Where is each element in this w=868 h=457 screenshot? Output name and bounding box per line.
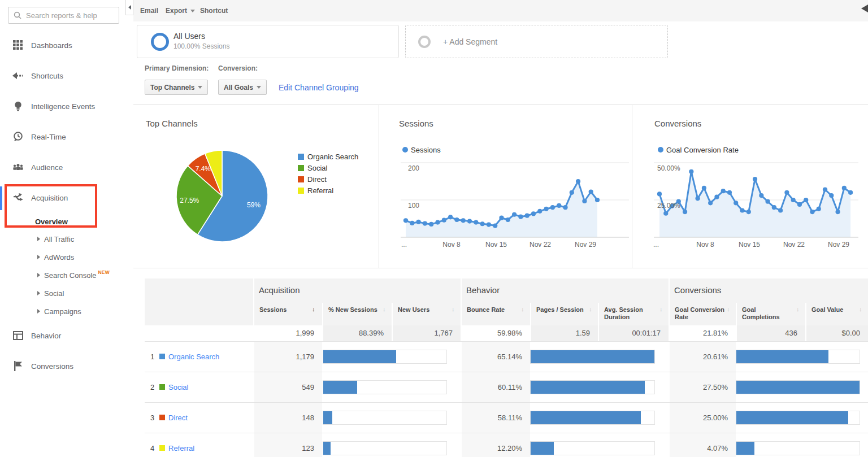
toolbar-shortcut[interactable]: Shortcut xyxy=(200,0,228,21)
sidebar-item-all-traffic[interactable]: All Traffic xyxy=(0,230,125,248)
sidebar-item-intelligence-events[interactable]: Intelligence Events xyxy=(0,91,125,121)
channel-color-swatch xyxy=(159,354,165,359)
x-axis-label: ... xyxy=(401,241,407,249)
series-legend-label: Sessions xyxy=(411,146,441,154)
bar-chart-fill xyxy=(736,381,860,394)
ga-acquisition-overview: Search reports & help DashboardsShortcut… xyxy=(0,0,868,457)
sidebar-item-overview[interactable]: Overview xyxy=(0,213,125,230)
metric-value: 549 xyxy=(254,383,314,391)
summary-cell: 00:01:17 xyxy=(599,325,669,341)
sidebar-item-campaigns[interactable]: Campaigns xyxy=(0,302,125,320)
column-header-goal-conversion-rate[interactable]: Goal Conversion Rate xyxy=(670,303,736,325)
bar-chart-fill xyxy=(736,411,848,424)
summary-cell: 59.98% xyxy=(462,325,530,341)
legend-swatch xyxy=(298,176,304,182)
bar-chart-fill xyxy=(531,381,645,394)
summary-cell: 436 xyxy=(737,325,805,341)
conversions-icon xyxy=(12,361,24,371)
legend-swatch xyxy=(298,154,304,160)
metric-value: 123 xyxy=(254,444,314,452)
bar-chart-box xyxy=(736,380,860,394)
sidebar-menu: DashboardsShortcutsIntelligence EventsRe… xyxy=(0,30,125,381)
acquisition-icon xyxy=(12,193,24,203)
row-rank: 4 xyxy=(150,444,157,452)
legend-label: Direct xyxy=(307,175,327,184)
sidebar-item-behavior[interactable]: Behavior xyxy=(0,320,125,351)
column-header-pages-session[interactable]: Pages / Session xyxy=(531,303,598,325)
edit-channel-grouping-link[interactable]: Edit Channel Grouping xyxy=(279,83,359,92)
conversion-label: Conversion: xyxy=(218,64,258,72)
realtime-icon xyxy=(12,132,24,142)
sidebar-item-label: Behavior xyxy=(31,332,61,340)
legend-item: Social xyxy=(298,164,327,172)
channel-color-swatch xyxy=(159,415,165,420)
right-panel-collapse-button[interactable] xyxy=(861,5,868,12)
primary-dimension-dropdown[interactable]: Top Channels xyxy=(145,80,208,95)
sidebar-item-real-time[interactable]: Real-Time xyxy=(0,121,125,152)
table-row: 4Referral12312.20%4.07% xyxy=(145,433,868,457)
x-axis-label: Nov 8 xyxy=(696,241,714,249)
sidebar-item-audience[interactable]: Audience xyxy=(0,152,125,182)
table-row: 3Direct14858.11%25.00% xyxy=(145,402,868,433)
sidebar-item-label: Dashboards xyxy=(31,41,72,50)
channel-link[interactable]: Social xyxy=(168,383,188,391)
column-header-goal-completions[interactable]: Goal Completions xyxy=(737,303,805,325)
metric-value: 27.50% xyxy=(670,383,728,391)
sidebar-item-acquisition[interactable]: Acquisition xyxy=(0,182,125,213)
sidebar-item-label: Real-Time xyxy=(31,133,66,141)
conversion-dropdown[interactable]: All Goals xyxy=(218,80,267,95)
table-row: 2Social54960.11%27.50% xyxy=(145,372,868,402)
sidebar-item-social[interactable]: Social xyxy=(0,284,125,302)
bar-chart-box xyxy=(736,411,860,425)
channel-link[interactable]: Referral xyxy=(168,444,194,452)
sort-icon: ↓ xyxy=(383,306,386,312)
sort-icon: ↓ xyxy=(521,306,524,312)
column-group-label: Acquisition xyxy=(259,285,300,295)
sessions-panel: Sessions Sessions200100...Nov 8Nov 15Nov… xyxy=(379,105,632,268)
toolbar-item-label: Export xyxy=(166,7,187,15)
segment-ring-icon xyxy=(418,36,431,48)
sidebar-item-conversions[interactable]: Conversions xyxy=(0,351,125,381)
toolbar-item-label: Email xyxy=(140,7,158,15)
channel-link[interactable]: Organic Search xyxy=(168,352,219,361)
x-axis-label: Nov 15 xyxy=(739,241,760,249)
chevron-down-icon xyxy=(198,86,202,89)
x-axis-label: Nov 29 xyxy=(828,241,849,249)
toolbar-email[interactable]: Email xyxy=(140,0,158,21)
x-axis-label: Nov 22 xyxy=(783,241,805,249)
sidebar-item-shortcuts[interactable]: Shortcuts xyxy=(0,60,125,91)
sidebar-item-adwords[interactable]: AdWords xyxy=(0,248,125,266)
x-axis-label: Nov 29 xyxy=(575,241,596,249)
charts-row: Top Channels 59%27.5%7.4%Organic SearchS… xyxy=(133,105,868,268)
toolbar-export[interactable]: Export xyxy=(166,0,195,21)
x-axis-label: Nov 15 xyxy=(485,241,507,249)
search-input[interactable]: Search reports & help xyxy=(8,7,119,24)
sidebar-item-search-console[interactable]: Search ConsoleNEW xyxy=(0,266,125,284)
toolbar-item-label: Shortcut xyxy=(200,7,228,15)
bar-chart-fill xyxy=(323,381,357,394)
expand-arrow-icon xyxy=(37,237,40,241)
channel-link[interactable]: Direct xyxy=(168,414,188,422)
legend-swatch xyxy=(298,165,304,171)
segment-all-users[interactable]: All Users 100.00% Sessions xyxy=(137,25,399,58)
sort-icon: ↓ xyxy=(589,306,592,312)
intelligence-icon xyxy=(12,101,24,112)
channels-table: AcquisitionBehaviorConversionsSessions↓%… xyxy=(145,278,868,457)
column-header-new-users[interactable]: New Users xyxy=(393,303,461,325)
y-axis-label: 25.00% xyxy=(657,202,680,210)
column-header-bounce-rate[interactable]: Bounce Rate xyxy=(462,303,530,325)
main-content: EmailExportShortcut All Users 100.00% Se… xyxy=(133,0,868,457)
panel-title: Top Channels xyxy=(146,119,198,128)
bar-chart-box xyxy=(530,380,655,394)
chevron-down-icon xyxy=(190,10,195,12)
sidebar-item-dashboards[interactable]: Dashboards xyxy=(0,30,125,60)
pie-slice-percent-label: 59% xyxy=(247,201,261,209)
expand-arrow-icon xyxy=(37,291,40,295)
y-axis-label: 200 xyxy=(408,164,419,172)
collapse-left-icon xyxy=(861,5,868,12)
column-header-avg-session-duration[interactable]: Avg. Session Duration xyxy=(599,303,669,325)
sidebar-collapse-button[interactable] xyxy=(125,0,133,15)
y-axis-label: 50.00% xyxy=(657,164,680,172)
add-segment-button[interactable]: + Add Segment xyxy=(405,25,668,58)
column-header--new-sessions[interactable]: % New Sessions xyxy=(323,303,392,325)
